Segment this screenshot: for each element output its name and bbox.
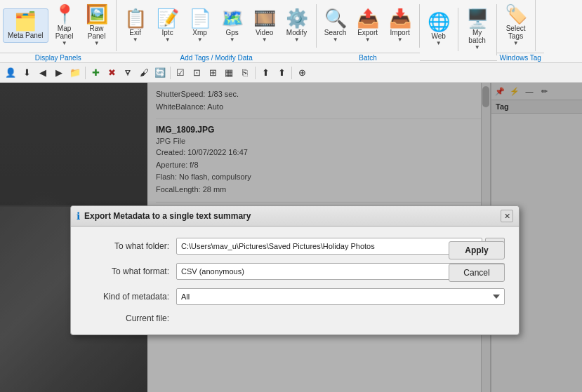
- video-label: Video: [256, 29, 273, 36]
- xmp-arrow: ▼: [197, 36, 203, 43]
- format-label: To what format:: [85, 266, 176, 276]
- windows-tag-label: Windows Tag: [497, 53, 544, 62]
- web-button[interactable]: 🌐 Web ▼: [423, 9, 455, 50]
- batch-group: 🔍 Search ▼ 📤 Export ▼ 📥 Import ▼ Batch: [317, 0, 420, 62]
- sub-separator-2: [170, 67, 171, 79]
- sub-refresh-button[interactable]: 🔄: [152, 65, 168, 81]
- folder-input[interactable]: [176, 238, 482, 255]
- apply-button[interactable]: Apply: [449, 241, 505, 259]
- modify-button[interactable]: ⚙️ Modify ▼: [281, 6, 313, 46]
- sub-resize-button[interactable]: ⊞: [205, 65, 220, 81]
- sub-down-button[interactable]: ⬇: [19, 65, 34, 81]
- add-tags-buttons-inner: 📋 Exif ▼ 📝 Iptc ▼ 📄 Xmp ▼ 🗺️ Gps: [117, 4, 317, 48]
- my-batch-buttons: 🖥️ Mybatch ▼: [458, 0, 497, 59]
- gps-label: Gps: [225, 29, 238, 36]
- search-label: Search: [324, 29, 347, 36]
- web-arrow: ▼: [436, 40, 442, 46]
- my-batch-group: 🖥️ Mybatch ▼: [458, 0, 497, 62]
- sub-upload2-button[interactable]: ⬆: [274, 65, 289, 81]
- raw-panel-label: RawPanel: [88, 25, 106, 40]
- modal-buttons: Apply Cancel: [449, 241, 505, 282]
- sub-right-button[interactable]: ▶: [51, 65, 67, 81]
- modal-close-button[interactable]: ✕: [501, 210, 513, 222]
- video-button[interactable]: 🎞️ Video ▼: [249, 6, 281, 46]
- main-toolbar: 🗂️ Meta Panel 📍 MapPanel ▼ 🖼️ RawPanel ▼…: [0, 0, 582, 63]
- my-batch-buttons-inner: 🖥️ Mybatch ▼: [458, 4, 497, 55]
- kind-select[interactable]: AllEXIFIPTCXMPGPS: [176, 288, 505, 305]
- sub-filter-button[interactable]: ⛛: [120, 65, 135, 81]
- export-button[interactable]: 📤 Export ▼: [352, 6, 384, 46]
- map-panel-button[interactable]: 📍 MapPanel ▼: [48, 1, 81, 50]
- exif-icon: 📋: [124, 9, 147, 27]
- search-icon: 🔍: [324, 9, 347, 27]
- select-tags-button[interactable]: 🏷️ SelectTags ▼: [500, 1, 532, 50]
- folder-label: To what folder:: [85, 241, 176, 251]
- iptc-label: Iptc: [162, 29, 173, 36]
- batch-buttons-inner: 🔍 Search ▼ 📤 Export ▼ 📥 Import ▼: [317, 4, 420, 48]
- my-batch-section-label: [458, 60, 497, 62]
- sub-red-button[interactable]: ✖: [104, 65, 119, 81]
- display-panels-buttons-inner: 🗂️ Meta Panel 📍 MapPanel ▼ 🖼️ RawPanel ▼: [0, 0, 117, 51]
- select-tags-buttons-inner: 🏷️ SelectTags ▼: [497, 0, 536, 51]
- folder-row: To what folder: ...: [85, 238, 505, 255]
- sub-toolbar: 👤 ⬇ ◀ ▶ 📁 ✚ ✖ ⛛ 🖌 🔄 ☑ ⊡ ⊞ ▦ ⎘ ⬆ ⬆ ⊕: [0, 63, 582, 83]
- sub-separator-3: [255, 67, 256, 79]
- sub-person-button[interactable]: 👤: [3, 65, 18, 81]
- gps-icon: 🗺️: [221, 9, 244, 27]
- my-batch-icon: 🖥️: [466, 9, 489, 27]
- exif-arrow: ▼: [133, 36, 138, 43]
- select-tags-arrow: ▼: [513, 40, 519, 46]
- modify-label: Modify: [286, 29, 307, 36]
- xmp-button[interactable]: 📄 Xmp ▼: [184, 6, 216, 46]
- iptc-arrow: ▼: [165, 36, 171, 43]
- select-tags-label: SelectTags: [506, 25, 526, 40]
- add-tags-group: 📋 Exif ▼ 📝 Iptc ▼ 📄 Xmp ▼ 🗺️ Gps: [117, 0, 317, 62]
- sub-green-button[interactable]: ✚: [88, 65, 103, 81]
- sub-upload1-button[interactable]: ⬆: [258, 65, 273, 81]
- exif-label: Exif: [129, 29, 141, 36]
- modal-title: Export Metadata to a single text summary: [84, 211, 501, 221]
- sub-grid-button[interactable]: ▦: [221, 65, 237, 81]
- display-panels-label: Display Panels: [0, 53, 117, 62]
- modify-arrow: ▼: [294, 36, 300, 43]
- map-panel-icon: 📍: [53, 5, 76, 23]
- export-label: Export: [357, 29, 378, 36]
- export-modal: ℹ Export Metadata to a single text summa…: [70, 205, 520, 335]
- sub-crop-button[interactable]: ⊡: [189, 65, 204, 81]
- web-label: [420, 60, 458, 62]
- web-group: 🌐 Web ▼: [420, 0, 458, 62]
- my-batch-button[interactable]: 🖥️ Mybatch ▼: [461, 6, 494, 54]
- modal-titlebar: ℹ Export Metadata to a single text summa…: [71, 206, 519, 227]
- map-panel-label: MapPanel: [55, 25, 74, 40]
- web-buttons: 🌐 Web ▼: [420, 0, 458, 59]
- sub-folder-button[interactable]: 📁: [67, 65, 83, 81]
- sub-brush-button[interactable]: 🖌: [136, 65, 152, 81]
- sub-copy-button[interactable]: ⎘: [237, 65, 253, 81]
- sub-separator-1: [85, 67, 86, 79]
- raw-panel-button[interactable]: 🖼️ RawPanel ▼: [81, 1, 113, 50]
- cancel-button[interactable]: Cancel: [449, 264, 505, 282]
- add-tags-buttons: 📋 Exif ▼ 📝 Iptc ▼ 📄 Xmp ▼ 🗺️ Gps: [117, 0, 317, 51]
- meta-panel-label: Meta Panel: [8, 32, 44, 39]
- sub-left-button[interactable]: ◀: [35, 65, 51, 81]
- modify-icon: ⚙️: [286, 9, 308, 27]
- raw-panel-icon: 🖼️: [86, 5, 108, 23]
- search-button[interactable]: 🔍 Search ▼: [319, 6, 352, 46]
- web-label: Web: [431, 32, 445, 40]
- gps-arrow: ▼: [230, 36, 235, 43]
- meta-panel-button[interactable]: 🗂️ Meta Panel: [3, 8, 48, 43]
- sub-check-button[interactable]: ☑: [173, 65, 188, 81]
- batch-label: Batch: [317, 53, 420, 62]
- video-icon: 🎞️: [253, 9, 276, 27]
- import-button[interactable]: 📥 Import ▼: [384, 6, 416, 46]
- gps-button[interactable]: 🗺️ Gps ▼: [216, 6, 249, 46]
- modal-info-icon: ℹ: [77, 210, 80, 222]
- sub-target-button[interactable]: ⊕: [294, 65, 310, 81]
- sub-separator-4: [291, 67, 292, 79]
- modal-body: Apply Cancel To what folder: ... To what…: [71, 227, 519, 334]
- web-icon: 🌐: [428, 13, 450, 31]
- xmp-icon: 📄: [189, 9, 211, 27]
- exif-button[interactable]: 📋 Exif ▼: [119, 6, 152, 46]
- my-batch-arrow: ▼: [475, 44, 480, 50]
- iptc-button[interactable]: 📝 Iptc ▼: [152, 6, 184, 46]
